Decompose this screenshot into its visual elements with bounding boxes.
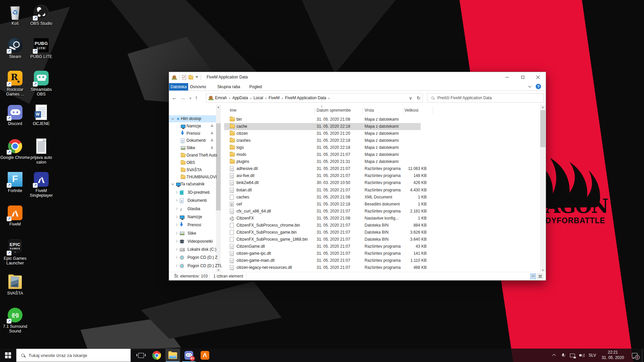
properties-qat-icon[interactable] [182, 75, 186, 80]
taskbar-discord[interactable]: 9+ [181, 349, 196, 362]
desktop-icon-discord[interactable]: ↗Discord [0, 105, 30, 126]
breadcrumb-item[interactable]: FiveM [267, 96, 281, 100]
sidebar-item-prenosi[interactable]: Prenosi [169, 130, 222, 137]
forward-button[interactable]: → [180, 95, 186, 101]
column-header-ime[interactable]: Ime [230, 108, 236, 113]
start-button[interactable] [0, 349, 16, 362]
file-row[interactable]: CitizenFX31. 05. 2020 21:08Nastavitve ko… [224, 215, 421, 222]
chevron-down-icon[interactable] [171, 117, 174, 120]
sidebar-item-obs[interactable]: OBS [169, 159, 222, 166]
desktop-icon-prijava-auto-salon[interactable]: prijava auto salon [26, 138, 56, 165]
column-header-velikost[interactable]: Velikost [405, 108, 418, 113]
search-box[interactable]: Preišči FiveM Application Data [427, 93, 544, 103]
desktop-icon-rockstar-games-[interactable]: ↗Rockstar Games ... [0, 70, 30, 97]
file-row[interactable]: cache31. 05. 2020 22:18Mapa z datotekami [224, 123, 421, 130]
file-row[interactable]: crashes31. 05. 2020 22:18Mapa z datoteka… [224, 137, 421, 144]
file-row[interactable]: asi-five.dll31. 05. 2020 21:07Razširitev… [224, 172, 421, 179]
chevron-right-icon[interactable] [175, 264, 177, 267]
sidebar-item-lokalni-disk-c-[interactable]: Lokalni disk (C:) [169, 246, 222, 253]
sidebar-item-glasba[interactable]: ♪Glasba [169, 205, 222, 213]
file-row[interactable]: caches31. 05. 2020 21:08XML Document1 KB [224, 194, 421, 201]
desktop-icon-ocjene[interactable]: OCJENE [26, 105, 56, 126]
new-folder-qat-icon[interactable] [189, 76, 193, 79]
sidebar-item-pogon-cd-d-ztl[interactable]: Pogon CD (D:) ZTL [169, 262, 222, 269]
up-button[interactable]: ↑ [195, 95, 198, 101]
file-row[interactable]: bink2w64.dll30. 03. 2020 10:50Razširitev… [224, 179, 421, 186]
file-row[interactable]: plugins31. 05. 2020 21:31Mapa z datoteka… [224, 158, 421, 165]
file-row[interactable]: CitizenFX_SubProcess_game_1868.bin31. 05… [224, 236, 421, 243]
help-icon[interactable]: ? [536, 84, 541, 89]
address-dropdown-icon[interactable]: ∨ [407, 94, 415, 102]
desktop-icon-obs-studio[interactable]: ↗OBS Studio [26, 4, 56, 26]
recent-locations-icon[interactable]: ∨ [189, 96, 192, 100]
sidebar-item-hitri-dostop[interactable]: ★Hitri dostop [169, 115, 216, 122]
file-row[interactable]: adhesive.dll31. 05. 2020 21:07Razširitev… [224, 165, 421, 172]
chevron-right-icon[interactable] [175, 248, 177, 251]
file-row[interactable]: CitizenGame.dll31. 05. 2020 21:07Razširi… [224, 243, 421, 250]
sidebar-item-dokumenti[interactable]: Dokumenti [169, 137, 222, 144]
breadcrumb-item[interactable]: Emrah [214, 96, 228, 100]
desktop-icon-streamlabs-obs[interactable]: ↗Streamlabs OBS [26, 70, 56, 97]
desktop-icon-google-chrome[interactable]: ↗Google Chrome [0, 138, 30, 160]
scroll-up-icon[interactable]: ▲ [216, 105, 221, 109]
tab-skupna-raba[interactable]: Skupna raba [217, 83, 240, 90]
list-scrollbar[interactable]: ▲ ▼ [540, 105, 546, 273]
sidebar-item-grand-theft-auto[interactable]: Grand Theft Auto [169, 152, 222, 159]
desktop-icon-ko-[interactable]: Koš [0, 4, 30, 26]
taskbar-search[interactable]: Tukaj vnesite izraz za iskanje [16, 349, 131, 362]
sidebar-item-slike[interactable]: Slike [169, 144, 222, 152]
language-indicator[interactable]: SLV [586, 353, 598, 358]
file-row[interactable]: citizen-game-ipc.dll31. 05. 2020 21:07Ra… [224, 250, 421, 257]
breadcrumb-item[interactable]: AppData [231, 96, 250, 100]
tab-pogled[interactable]: Pogled [249, 83, 262, 90]
microphone-icon[interactable] [559, 353, 568, 357]
file-row[interactable]: citizen-legacy-net-resources.dll31. 05. … [224, 264, 421, 271]
desktop-icon-fortnite[interactable]: ↗Fortnite [0, 172, 30, 193]
chevron-right-icon[interactable] [175, 216, 177, 218]
action-center-icon[interactable]: 1 [627, 353, 642, 358]
clock[interactable]: 22:2131. 05. 2020 [598, 350, 627, 360]
sidebar-item-sva-ta[interactable]: SVAŠTA [169, 167, 222, 174]
show-desktop-button[interactable] [642, 349, 644, 362]
chevron-right-icon[interactable] [175, 224, 177, 226]
taskbar-chrome[interactable] [149, 349, 164, 362]
file-row[interactable]: bin31. 05. 2020 21:08Mapa z datotekami [224, 116, 421, 123]
sidebar-item-thumbnailovi[interactable]: THUMBNAILOVI [169, 174, 222, 181]
breadcrumb-item[interactable]: Local [252, 96, 265, 100]
address-bar[interactable]: Emrah›AppData›Local›FiveM›FiveM Applicat… [206, 93, 423, 103]
taskbar-fivem[interactable] [198, 349, 212, 362]
details-view-button[interactable] [530, 274, 536, 279]
sidebar-item-pogon-cd-d-z[interactable]: Pogon CD (D:) Z [169, 254, 222, 261]
chevron-right-icon[interactable] [175, 207, 177, 210]
file-row[interactable]: mods31. 05. 2020 21:07Mapa z datotekami [224, 151, 421, 158]
network-icon[interactable] [568, 354, 577, 357]
sidebar-item-slike[interactable]: Slike [169, 230, 222, 237]
refresh-icon[interactable]: ↻ [415, 94, 423, 102]
sidebar-item-3d-predmeti[interactable]: 3D-predmeti [169, 189, 222, 196]
desktop-icon-pubg-lite[interactable]: PUBGLITE↗PUBG LITE [26, 38, 56, 59]
minimize-button[interactable] [499, 72, 515, 82]
file-row[interactable]: CitizenFX_SubProcess_chrome.bin31. 05. 2… [224, 222, 421, 229]
file-row[interactable]: logs31. 05. 2020 22:18Mapa z datotekami [224, 144, 421, 151]
sidebar-item-ta-ra-unalnik[interactable]: Ta računalnik [169, 181, 222, 188]
desktop-icon-fivem[interactable]: ↗FiveM [0, 205, 30, 227]
maximize-button[interactable] [515, 72, 530, 82]
chevron-down-icon[interactable] [171, 182, 174, 185]
file-row[interactable]: citizen31. 05. 2020 21:20Mapa z datoteka… [224, 130, 421, 137]
scroll-up-icon[interactable]: ▲ [540, 105, 546, 109]
desktop-icon-sva-ta[interactable]: SVAŠTA [0, 274, 30, 296]
desktop-icon-7-1-surround-sound[interactable]: ↗7.1 Surround Sound [0, 307, 30, 334]
qat-customize-icon[interactable] [196, 76, 198, 79]
file-row[interactable]: botan.dll31. 05. 2020 21:07Razširitev pr… [224, 187, 421, 194]
chevron-right-icon[interactable] [175, 191, 177, 194]
expand-ribbon-icon[interactable] [528, 84, 532, 88]
sidebar-item-namizje[interactable]: Namizje [169, 214, 222, 221]
file-row[interactable]: cfx_curl_x86_64.dll31. 05. 2020 21:07Raz… [224, 208, 421, 215]
task-view-button[interactable] [133, 349, 148, 362]
thumbnails-view-button[interactable] [537, 274, 543, 279]
chevron-right-icon[interactable] [175, 240, 177, 243]
breadcrumb-item[interactable]: FiveM Application Data [284, 96, 328, 100]
tray-expand-icon[interactable] [550, 354, 559, 357]
file-row[interactable]: cef31. 05. 2020 22:18Besedilni dokument1… [224, 201, 421, 208]
sidebar-item-dokumenti[interactable]: Dokumenti [169, 197, 222, 204]
